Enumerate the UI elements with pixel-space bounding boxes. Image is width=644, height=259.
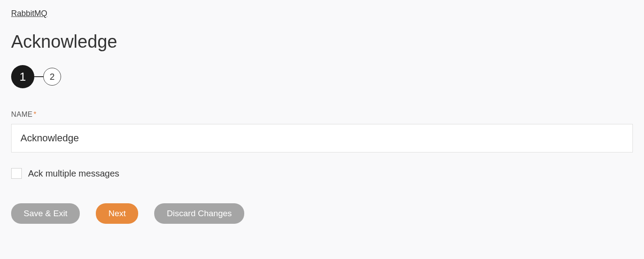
ack-multiple-field: Ack multiple messages [11,168,633,179]
required-asterisk: * [33,111,37,118]
discard-changes-button[interactable]: Discard Changes [154,203,244,224]
save-exit-button[interactable]: Save & Exit [11,203,80,224]
stepper: 1 2 [11,65,633,88]
page-title: Acknowledge [11,32,633,52]
ack-multiple-checkbox[interactable] [11,168,22,179]
next-button[interactable]: Next [96,203,138,224]
name-input[interactable] [11,124,633,152]
step-2[interactable]: 2 [43,68,61,86]
ack-multiple-label[interactable]: Ack multiple messages [28,169,119,179]
step-1[interactable]: 1 [11,65,34,88]
step-connector [34,76,43,77]
button-row: Save & Exit Next Discard Changes [11,203,633,224]
name-field: NAME* [11,111,633,152]
name-label: NAME* [11,111,633,119]
name-label-text: NAME [11,111,33,118]
breadcrumb: RabbitMQ [11,9,633,18]
breadcrumb-link-rabbitmq[interactable]: RabbitMQ [11,9,47,18]
